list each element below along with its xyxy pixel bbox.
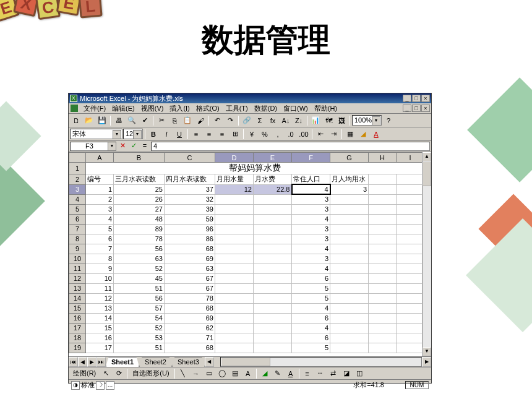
cell[interactable]: 3 — [292, 224, 330, 234]
cell[interactable] — [397, 273, 423, 283]
cell[interactable] — [254, 333, 292, 343]
cell[interactable]: 7 — [86, 244, 114, 254]
cell[interactable] — [397, 184, 423, 194]
chart-icon[interactable]: 📊 — [309, 115, 322, 126]
cell[interactable]: 四月水表读数 — [165, 174, 215, 185]
name-box[interactable]: F3 — [70, 142, 116, 151]
cell[interactable]: 15 — [86, 323, 114, 333]
cell[interactable]: 89 — [114, 224, 165, 234]
cell[interactable] — [397, 214, 423, 224]
scroll-left-icon[interactable]: ◀ — [205, 357, 214, 367]
cell[interactable] — [215, 293, 254, 303]
function-icon[interactable]: fx — [267, 115, 279, 126]
cell[interactable]: 67 — [165, 283, 215, 293]
col-header-b[interactable]: B — [114, 153, 165, 163]
cell[interactable] — [254, 234, 292, 244]
cell[interactable] — [397, 204, 423, 214]
cell[interactable]: 3 — [330, 184, 369, 194]
line-style-icon[interactable]: ≡ — [301, 368, 314, 379]
cell[interactable] — [215, 343, 254, 353]
menu-edit[interactable]: 编辑(E) — [109, 103, 138, 114]
col-header-c[interactable]: C — [165, 153, 215, 163]
cut-icon[interactable]: ✂ — [155, 115, 168, 126]
cell[interactable] — [254, 273, 292, 283]
cell[interactable]: 4 — [292, 214, 330, 224]
cell[interactable] — [254, 313, 292, 323]
oval-icon[interactable]: ◯ — [216, 368, 228, 379]
more-icon[interactable]: … — [106, 381, 114, 390]
underline-icon[interactable]: U — [173, 129, 186, 140]
row-header[interactable]: 7 — [69, 224, 86, 234]
cell[interactable]: 14 — [86, 313, 114, 323]
cell[interactable]: 常住人口 — [292, 174, 330, 185]
doc-minimize-button[interactable]: _ — [403, 105, 411, 112]
menu-insert[interactable]: 插入(I) — [166, 103, 192, 114]
autoshapes-menu[interactable]: 自选图形(U) — [129, 368, 172, 379]
cell[interactable]: 3 — [292, 204, 330, 214]
titlebar[interactable]: X Microsoft Excel - 为妈妈算水费.xls _ □ × — [69, 93, 431, 103]
cell[interactable] — [215, 333, 254, 343]
cell[interactable] — [215, 283, 254, 293]
minimize-button[interactable]: _ — [403, 95, 411, 102]
cell[interactable] — [369, 184, 397, 194]
cell[interactable]: 4 — [292, 184, 330, 194]
col-header-e[interactable]: E — [254, 153, 292, 163]
redo-icon[interactable]: ↷ — [224, 115, 236, 126]
cell[interactable] — [330, 244, 369, 254]
row-header[interactable]: 12 — [69, 273, 86, 283]
cell[interactable] — [369, 333, 397, 343]
cell[interactable]: 71 — [165, 333, 215, 343]
menu-format[interactable]: 格式(O) — [193, 103, 223, 114]
hyperlink-icon[interactable]: 🔗 — [241, 115, 253, 126]
cell[interactable]: 13 — [86, 303, 114, 313]
cell[interactable] — [254, 194, 292, 204]
cell[interactable]: 5 — [292, 293, 330, 303]
cell[interactable]: 6 — [292, 333, 330, 343]
cell[interactable] — [397, 283, 423, 293]
enter-icon[interactable]: ✓ — [129, 142, 139, 151]
cell[interactable] — [369, 174, 397, 185]
cell[interactable] — [330, 343, 369, 353]
row-header[interactable]: 4 — [69, 194, 86, 204]
row-header[interactable]: 15 — [69, 303, 86, 313]
doc-restore-button[interactable]: □ — [412, 105, 421, 112]
cell[interactable] — [369, 214, 397, 224]
cell[interactable]: 63 — [165, 264, 215, 273]
cell[interactable] — [215, 194, 254, 204]
decrease-indent-icon[interactable]: ⇤ — [314, 129, 327, 140]
col-header-d[interactable]: D — [215, 153, 254, 163]
sheet-table[interactable]: A B C D E F G H I 1 帮妈妈算水费 2 编号 三月 — [69, 152, 422, 353]
rectangle-icon[interactable]: ▭ — [203, 368, 215, 379]
close-button[interactable]: × — [421, 95, 430, 102]
cell[interactable]: 69 — [165, 254, 215, 264]
cell[interactable] — [254, 343, 292, 353]
cell[interactable] — [397, 224, 423, 234]
paste-icon[interactable]: 📋 — [181, 115, 194, 126]
fill-color-draw-icon[interactable]: ◢ — [259, 368, 271, 379]
cell[interactable] — [330, 214, 369, 224]
cell[interactable] — [215, 264, 254, 273]
cell[interactable] — [369, 264, 397, 273]
cell[interactable] — [330, 224, 369, 234]
cell[interactable]: 78 — [165, 293, 215, 303]
row-header[interactable]: 5 — [69, 204, 86, 214]
cell[interactable] — [215, 224, 254, 234]
row-header[interactable]: 1 — [69, 163, 86, 174]
cell[interactable]: 57 — [114, 303, 165, 313]
arrow-style-icon[interactable]: ⇄ — [327, 368, 340, 379]
font-color-icon[interactable]: A — [370, 129, 382, 140]
cell[interactable] — [330, 303, 369, 313]
sort-desc-icon[interactable]: Z↓ — [293, 115, 305, 126]
row-header[interactable]: 16 — [69, 313, 86, 323]
cell[interactable] — [397, 264, 423, 273]
cell[interactable] — [369, 293, 397, 303]
cell[interactable] — [254, 323, 292, 333]
cell[interactable] — [369, 313, 397, 323]
row-header[interactable]: 6 — [69, 214, 86, 224]
cell[interactable] — [397, 313, 423, 323]
autosum-icon[interactable]: Σ — [254, 115, 266, 126]
menu-tools[interactable]: 工具(T) — [223, 103, 251, 114]
line-icon[interactable]: ╲ — [177, 368, 189, 379]
print-icon[interactable]: 🖶 — [113, 115, 125, 126]
cell[interactable]: 54 — [114, 313, 165, 323]
